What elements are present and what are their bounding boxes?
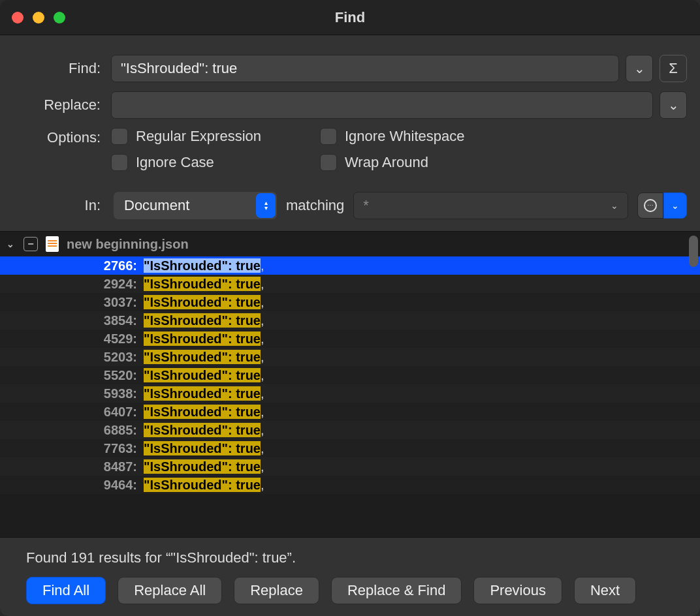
- match-content: "IsShrouded": true,: [144, 277, 264, 292]
- file-icon: [46, 236, 59, 252]
- result-list[interactable]: 2766:"IsShrouded": true,2924:"IsShrouded…: [0, 256, 700, 537]
- sigma-button[interactable]: Σ: [660, 55, 687, 82]
- match-content: "IsShrouded": true,: [144, 441, 264, 456]
- window-controls: [12, 12, 65, 23]
- next-button[interactable]: Next: [574, 577, 636, 604]
- checkbox-icon: [111, 128, 128, 145]
- titlebar: Find: [0, 0, 700, 35]
- file-header[interactable]: ⌄ − new beginning.json: [0, 232, 700, 256]
- status-text: Found 191 results for “"IsShrouded": tru…: [26, 549, 682, 566]
- result-row[interactable]: 2766:"IsShrouded": true,: [0, 256, 700, 275]
- find-form: Find: ⌄ Σ Replace: ⌄ Options: Regular Ex…: [0, 35, 700, 232]
- option-regex[interactable]: Regular Expression: [111, 128, 313, 145]
- close-window-button[interactable]: [12, 12, 24, 23]
- find-history-dropdown[interactable]: ⌄: [626, 55, 653, 82]
- result-row[interactable]: 6885:"IsShrouded": true,: [0, 421, 700, 439]
- result-row[interactable]: 7763:"IsShrouded": true,: [0, 439, 700, 457]
- disclosure-triangle-icon[interactable]: ⌄: [5, 239, 16, 249]
- match-content: "IsShrouded": true,: [144, 368, 264, 383]
- option-ignore-case-label: Ignore Case: [136, 154, 214, 171]
- line-number: 5520:: [0, 368, 144, 383]
- in-label: In:: [13, 197, 104, 214]
- result-row[interactable]: 6407:"IsShrouded": true,: [0, 403, 700, 421]
- filter-placeholder: *: [363, 197, 369, 214]
- line-number: 6885:: [0, 423, 144, 438]
- footer: Found 191 results for “"IsShrouded": tru…: [0, 537, 700, 616]
- window-title: Find: [0, 9, 700, 26]
- option-ignore-whitespace[interactable]: Ignore Whitespace: [320, 128, 522, 145]
- option-wrap-around[interactable]: Wrap Around: [320, 154, 522, 171]
- match-trailing: ,: [261, 331, 264, 346]
- line-number: 7763:: [0, 441, 144, 456]
- line-number: 2766:: [0, 258, 144, 273]
- match-content: "IsShrouded": true,: [144, 478, 264, 493]
- match-trailing: ,: [261, 386, 264, 401]
- line-number: 2924:: [0, 277, 144, 292]
- replace-history-dropdown[interactable]: ⌄: [660, 91, 687, 119]
- match-highlight: "IsShrouded": true: [144, 423, 261, 437]
- replace-input[interactable]: [111, 91, 653, 119]
- replace-all-button[interactable]: Replace All: [118, 577, 222, 604]
- checkbox-icon: [111, 154, 128, 171]
- match-trailing: ,: [261, 441, 264, 455]
- match-highlight: "IsShrouded": true: [144, 386, 261, 401]
- match-highlight: "IsShrouded": true: [144, 405, 261, 419]
- result-row[interactable]: 8487:"IsShrouded": true,: [0, 457, 700, 476]
- match-trailing: ,: [261, 350, 264, 364]
- match-highlight: "IsShrouded": true: [144, 459, 261, 474]
- line-number: 9464:: [0, 478, 144, 493]
- replace-and-find-button[interactable]: Replace & Find: [331, 577, 462, 604]
- result-row[interactable]: 5203:"IsShrouded": true,: [0, 348, 700, 366]
- scrollbar-thumb[interactable]: [689, 236, 698, 267]
- match-trailing: ,: [261, 313, 264, 328]
- results-pane: ⌄ − new beginning.json 2766:"IsShrouded"…: [0, 232, 700, 537]
- option-regex-label: Regular Expression: [136, 128, 261, 145]
- option-ignore-case[interactable]: Ignore Case: [111, 154, 313, 171]
- replace-label: Replace:: [13, 97, 104, 114]
- match-content: "IsShrouded": true,: [144, 331, 264, 346]
- find-input[interactable]: [111, 55, 619, 82]
- line-number: 5938:: [0, 386, 144, 401]
- line-number: 4529:: [0, 331, 144, 346]
- match-trailing: ,: [261, 295, 264, 309]
- match-content: "IsShrouded": true,: [144, 295, 264, 310]
- minimize-window-button[interactable]: [33, 12, 44, 23]
- result-row[interactable]: 3854:"IsShrouded": true,: [0, 311, 700, 330]
- match-highlight: "IsShrouded": true: [144, 295, 261, 309]
- replace-button[interactable]: Replace: [234, 577, 319, 604]
- match-trailing: ,: [261, 277, 264, 291]
- match-trailing: ,: [261, 459, 264, 474]
- result-row[interactable]: 2924:"IsShrouded": true,: [0, 275, 700, 293]
- checkbox-icon: [320, 128, 337, 145]
- zoom-window-button[interactable]: [54, 12, 65, 23]
- chevron-down-icon: ⌄: [668, 97, 679, 113]
- sigma-icon: Σ: [669, 60, 678, 77]
- match-content: "IsShrouded": true,: [144, 423, 264, 438]
- filter-field[interactable]: * ⌄: [353, 192, 628, 219]
- scope-select[interactable]: Document: [114, 192, 277, 219]
- options-menu-button[interactable]: ⋯: [637, 192, 663, 219]
- match-highlight: "IsShrouded": true: [144, 441, 261, 455]
- match-highlight: "IsShrouded": true: [144, 277, 261, 291]
- result-row[interactable]: 5938:"IsShrouded": true,: [0, 384, 700, 403]
- result-row[interactable]: 4529:"IsShrouded": true,: [0, 330, 700, 348]
- result-row[interactable]: 5520:"IsShrouded": true,: [0, 366, 700, 384]
- option-ignore-whitespace-label: Ignore Whitespace: [345, 128, 464, 145]
- match-content: "IsShrouded": true,: [144, 459, 264, 474]
- match-content: "IsShrouded": true,: [144, 313, 264, 328]
- checkbox-icon: [320, 154, 337, 171]
- previous-button[interactable]: Previous: [473, 577, 562, 604]
- line-number: 3037:: [0, 295, 144, 310]
- chevron-down-icon: ⌄: [611, 200, 618, 211]
- match-content: "IsShrouded": true,: [144, 405, 264, 420]
- file-name: new beginning.json: [67, 237, 189, 252]
- result-row[interactable]: 9464:"IsShrouded": true,: [0, 476, 700, 494]
- result-row[interactable]: 3037:"IsShrouded": true,: [0, 293, 700, 311]
- match-highlight: "IsShrouded": true: [144, 350, 261, 364]
- config-dropdown-button[interactable]: ⌄: [663, 192, 687, 219]
- match-highlight: "IsShrouded": true: [144, 331, 261, 346]
- find-all-button[interactable]: Find All: [26, 577, 106, 604]
- match-trailing: ,: [261, 258, 264, 273]
- collapse-icon[interactable]: −: [24, 237, 38, 251]
- find-label: Find:: [13, 60, 104, 77]
